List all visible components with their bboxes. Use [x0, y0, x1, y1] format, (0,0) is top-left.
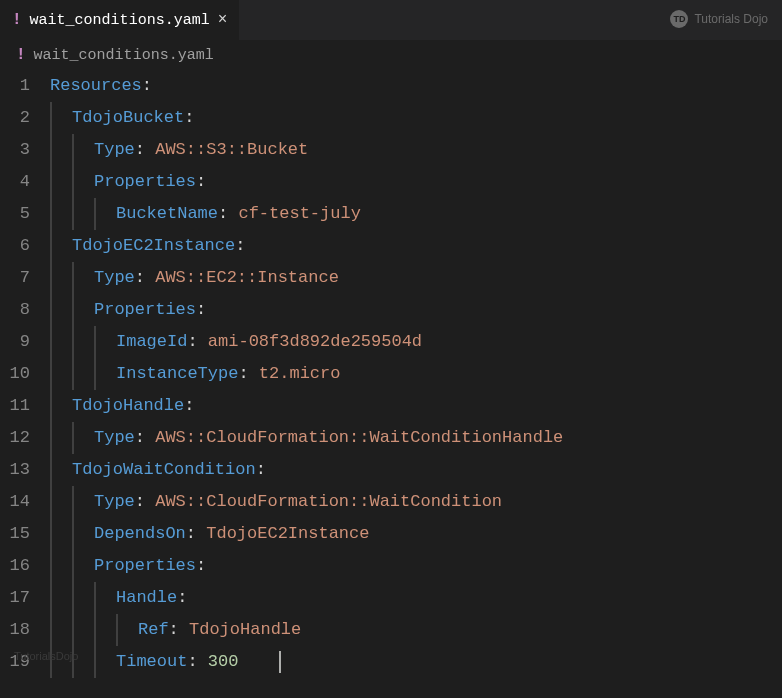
code-line: 6 TdojoEC2Instance: [0, 230, 782, 262]
line-number: 9 [0, 326, 50, 358]
line-number: 17 [0, 582, 50, 614]
code-line: 14 Type: AWS::CloudFormation::WaitCondit… [0, 486, 782, 518]
line-number: 10 [0, 358, 50, 390]
line-number: 3 [0, 134, 50, 166]
tab-filename: wait_conditions.yaml [30, 12, 210, 29]
line-number: 14 [0, 486, 50, 518]
code-line: 9 ImageId: ami-08f3d892de259504d [0, 326, 782, 358]
code-line: 11 TdojoHandle: [0, 390, 782, 422]
line-number: 7 [0, 262, 50, 294]
code-line: 3 Type: AWS::S3::Bucket [0, 134, 782, 166]
line-number: 11 [0, 390, 50, 422]
tab-bar: ! wait_conditions.yaml × TD Tutorials Do… [0, 0, 782, 40]
line-number: 4 [0, 166, 50, 198]
code-line: 2 TdojoBucket: [0, 102, 782, 134]
yaml-file-icon: ! [16, 46, 26, 64]
watermark: TD Tutorials Dojo [670, 10, 768, 28]
code-line: 4 Properties: [0, 166, 782, 198]
line-number: 12 [0, 422, 50, 454]
code-line: 7 Type: AWS::EC2::Instance [0, 262, 782, 294]
line-number: 8 [0, 294, 50, 326]
code-line: 8 Properties: [0, 294, 782, 326]
line-number: 16 [0, 550, 50, 582]
code-line: 17 Handle: [0, 582, 782, 614]
yaml-file-icon: ! [12, 11, 22, 29]
watermark-badge-icon: TD [670, 10, 688, 28]
close-icon[interactable]: × [218, 11, 228, 29]
code-line: 10 InstanceType: t2.micro [0, 358, 782, 390]
code-line: 15 DependsOn: TdojoEC2Instance [0, 518, 782, 550]
line-number: 1 [0, 70, 50, 102]
code-line: 16 Properties: [0, 550, 782, 582]
breadcrumb[interactable]: ! wait_conditions.yaml [0, 40, 782, 70]
code-line: 1 Resources: [0, 70, 782, 102]
line-number: 5 [0, 198, 50, 230]
code-line: 18 Ref: TdojoHandle [0, 614, 782, 646]
code-editor[interactable]: 1 Resources: 2 TdojoBucket: 3 Type: AWS:… [0, 70, 782, 678]
code-line: 12 Type: AWS::CloudFormation::WaitCondit… [0, 422, 782, 454]
watermark-bottom: TutorialsDojo [14, 640, 78, 672]
line-number: 15 [0, 518, 50, 550]
line-number: 2 [0, 102, 50, 134]
line-number: 13 [0, 454, 50, 486]
code-line: 19 Timeout: 300 [0, 646, 782, 678]
watermark-text: Tutorials Dojo [694, 12, 768, 26]
breadcrumb-filename: wait_conditions.yaml [34, 47, 214, 64]
tab-active[interactable]: ! wait_conditions.yaml × [0, 0, 239, 40]
text-cursor [279, 651, 281, 673]
code-line: 13 TdojoWaitCondition: [0, 454, 782, 486]
line-number: 6 [0, 230, 50, 262]
code-line: 5 BucketName: cf-test-july [0, 198, 782, 230]
